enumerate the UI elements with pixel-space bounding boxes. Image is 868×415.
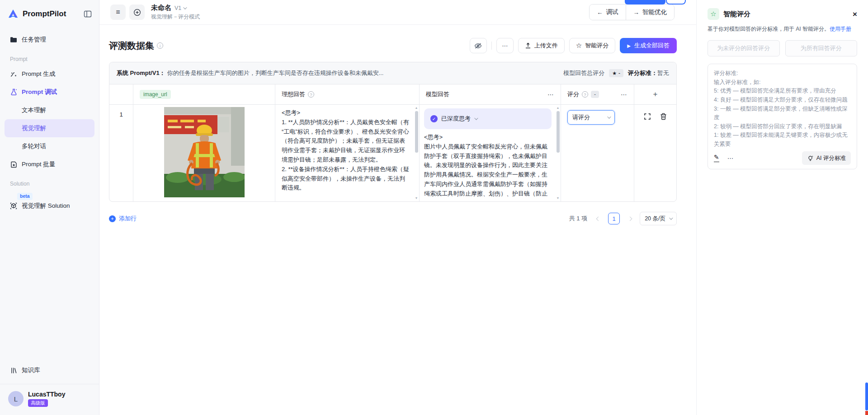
page-number[interactable]: 1 <box>608 213 620 224</box>
new-version-button[interactable] <box>129 5 145 20</box>
ideal-answer-cell[interactable]: <思考> 1. **人员防护情况分析**：人员戴黄色安全帽（有“工电”标识，符合… <box>275 105 420 201</box>
chevron-down-icon <box>607 115 611 118</box>
upload-file-button[interactable]: 上传文件 <box>518 38 565 53</box>
panel-desc-text: 基于你对模型回答的评分标准，用于 AI 智能评分。 <box>708 26 830 32</box>
version-label: V1 <box>175 5 181 11</box>
play-icon: ▶ <box>627 43 631 48</box>
question-icon: ? <box>582 91 588 98</box>
panel-actions: 为未评分的回答评分 为所有回答评分 <box>708 40 857 56</box>
info-icon: i <box>157 42 163 49</box>
next-page-button[interactable] <box>624 213 636 224</box>
generate-all-button[interactable]: ▶ 生成全部回答 <box>620 38 677 53</box>
green-star-icon: ☆ <box>708 8 719 20</box>
clipped-top-toggle[interactable] <box>625 0 686 5</box>
cell-scrollbar[interactable]: ▲ ▼ <box>556 106 560 201</box>
debug-button[interactable]: ← 调试 <box>590 5 626 20</box>
chevron-down-icon <box>669 216 673 219</box>
debug-label: 调试 <box>606 8 618 16</box>
criteria-editor[interactable]: 评分标准: 输入评分标准，如: 5: 优秀 — 模型回答完全满足所有要求，理由充… <box>708 64 857 169</box>
chevron-down-icon <box>474 116 478 120</box>
app-title: PromptPilot <box>23 9 66 19</box>
arrow-right-icon: → <box>633 9 640 16</box>
sidebar-item-knowledge-base[interactable]: 知识库 <box>5 361 94 379</box>
mode-switch-group: ← 调试 → 智能优化 <box>589 4 675 20</box>
table-footer: + 添加行 共 1 项 1 20 条/页 <box>109 212 677 225</box>
sidebar-item-vision-solution[interactable]: beta 视觉理解 Solution <box>5 196 94 216</box>
close-icon[interactable]: × <box>853 10 857 18</box>
sidebar-item-prompt-gen[interactable]: Prompt 生成 <box>5 65 94 83</box>
cube-icon <box>10 202 17 210</box>
edit-icon[interactable]: ✎ <box>714 154 719 162</box>
delete-row-icon[interactable] <box>660 113 667 201</box>
ai-criteria-button[interactable]: AI 评分标准 <box>802 151 851 165</box>
model-answer-label: 模型回答 <box>426 90 449 98</box>
sidebar-spacer <box>5 216 94 361</box>
deep-think-toggle[interactable]: ✓ 已深度思考 <box>424 108 552 129</box>
sidebar-item-multi-turn[interactable]: 多轮对话 <box>5 137 94 155</box>
sidebar-item-prompt-debug[interactable]: Prompt 调试 <box>5 83 94 101</box>
sidebar-item-task-management[interactable]: 任务管理 <box>5 31 94 49</box>
sidebar-collapse-icon[interactable] <box>84 10 92 18</box>
system-row-right: 模型回答总评分 ★ - 评分标准：暂无 <box>563 69 669 77</box>
sidebar-item-prompt-batch[interactable]: Prompt 批量 <box>5 155 94 173</box>
user-account[interactable]: L LucasTTboy 高级版 <box>5 384 94 415</box>
page-size-select[interactable]: 20 条/页 <box>640 212 677 225</box>
sidebar-item-text-understanding[interactable]: 文本理解 <box>5 101 94 119</box>
cell-scrollbar[interactable]: ▲ ▼ <box>414 106 419 201</box>
star-icon: ☆ <box>576 42 582 50</box>
scrollbar-thumb[interactable] <box>865 382 868 410</box>
document-title: 未命名 <box>151 4 171 12</box>
folder-icon <box>10 37 17 43</box>
more-actions-button[interactable]: ⋯ <box>496 38 514 53</box>
score-all-button[interactable]: 为所有回答评分 <box>785 40 858 56</box>
add-row-button[interactable]: + 添加行 <box>109 214 137 223</box>
image-url-column-header[interactable]: image_url <box>133 84 275 104</box>
question-icon: ? <box>308 91 314 98</box>
criteria-label: 评分标准： <box>628 70 657 76</box>
ai-criteria-label: AI 评分标准 <box>816 154 846 162</box>
column-more-icon[interactable]: ⋯ <box>621 91 627 98</box>
evaluation-table: 系统 Prompt/V1： 你的任务是根据生产车间的图片，判断生产车间是否存在违… <box>109 62 677 202</box>
pagination-total: 共 1 项 <box>569 214 587 223</box>
total-score-badge[interactable]: ★ - <box>609 69 623 77</box>
chevron-right-icon <box>627 216 632 221</box>
sidebar-item-label: Prompt 调试 <box>22 88 57 96</box>
smart-optimize-button[interactable]: → 智能优化 <box>626 5 675 20</box>
smart-score-button[interactable]: ☆ 智能评分 <box>569 38 615 53</box>
prev-page-button[interactable] <box>592 213 604 224</box>
add-column-button[interactable]: + <box>634 84 676 104</box>
model-answer-column-header[interactable]: 模型回答 ⋯ <box>420 84 561 104</box>
column-more-icon[interactable]: ⋯ <box>547 91 554 98</box>
beta-badge: beta <box>17 193 33 200</box>
menu-button[interactable]: ≡ <box>110 5 126 20</box>
image-cell[interactable] <box>133 105 275 201</box>
sidebar-item-vision-understanding[interactable]: 视觉理解 <box>5 119 94 137</box>
system-prompt-row[interactable]: 系统 Prompt/V1： 你的任务是根据生产车间的图片，判断生产车间是否存在违… <box>109 62 676 84</box>
logo-row: PromptPilot <box>5 0 94 28</box>
system-prompt-label: 系统 Prompt/V1： <box>117 69 165 77</box>
smart-score-label: 智能评分 <box>585 42 609 50</box>
chevron-down-icon <box>183 5 187 9</box>
hide-columns-button[interactable] <box>470 38 487 53</box>
manual-link[interactable]: 使用手册 <box>830 26 851 32</box>
score-dropdown[interactable]: 请评分 <box>567 110 615 125</box>
ellipsis-icon[interactable]: ⋯ <box>727 154 734 162</box>
sidebar-item-label: 文本理解 <box>22 106 46 114</box>
add-row-label: 添加行 <box>119 214 137 223</box>
sidebar: PromptPilot 任务管理 Prompt Prompt 生成 Prompt… <box>0 0 99 415</box>
promptpilot-logo-icon <box>7 8 19 20</box>
score-column-header[interactable]: 评分 ? - ⋯ <box>561 84 634 104</box>
ideal-answer-column-header[interactable]: 理想回答 ? <box>275 84 420 104</box>
app-root: PromptPilot 任务管理 Prompt Prompt 生成 Prompt… <box>0 0 868 415</box>
doc-star-icon <box>10 161 17 168</box>
ellipsis-icon: ⋯ <box>502 42 508 49</box>
score-unscored-button[interactable]: 为未评分的回答评分 <box>708 40 780 56</box>
expand-row-icon[interactable] <box>644 113 651 201</box>
criteria-placeholder[interactable]: 评分标准: 输入评分标准，如: 5: 优秀 — 模型回答完全满足所有要求，理由充… <box>708 64 857 150</box>
version-selector[interactable]: V1 <box>175 5 186 11</box>
model-answer-cell[interactable]: ✓ 已深度思考 <思考> 图片中人员佩戴了安全帽和反光背心，但未佩戴防护手套（双… <box>420 105 561 201</box>
panel-title: 智能评分 <box>723 10 750 19</box>
chevron-left-icon <box>596 216 600 221</box>
total-score-label: 模型回答总评分 <box>563 69 604 77</box>
page-scrollbar[interactable] <box>865 0 868 415</box>
